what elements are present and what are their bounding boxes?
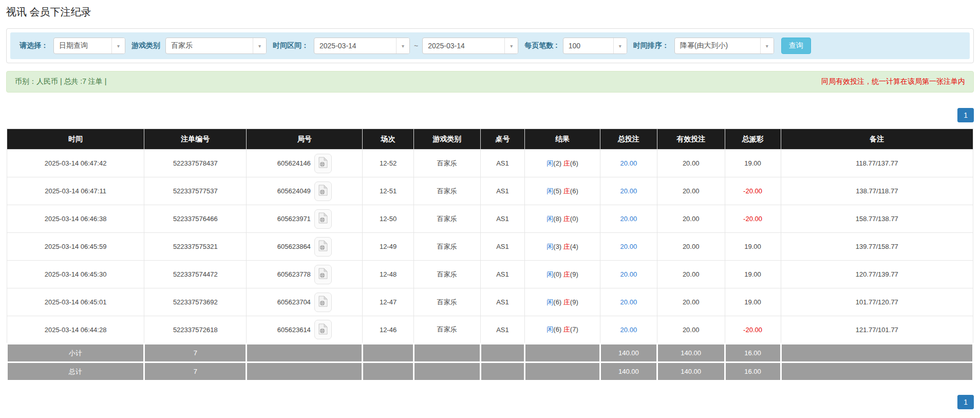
col-header-game-type: 游戏类别 [413, 129, 480, 150]
cell-table-no: AS1 [480, 288, 525, 316]
cell-valid-bet: 20.00 [657, 316, 725, 344]
result-player-label: 闲 [546, 243, 553, 250]
cell-valid-bet: 20.00 [657, 205, 725, 233]
total-bet-link[interactable]: 20.00 [620, 243, 637, 250]
page-size-label: 每页笔数 : [524, 41, 558, 50]
result-banker-label: 庄 [563, 298, 570, 306]
cell-round-id: 605624146 [247, 150, 363, 177]
game-type-select[interactable]: 百家乐 ▾ [165, 38, 267, 54]
total-label: 总计 [7, 362, 144, 381]
page-size-value: 100 [563, 38, 613, 53]
sort-order-value: 降幂(由大到小) [675, 38, 760, 53]
video-file-icon [318, 212, 328, 225]
cell-table-no: AS1 [480, 150, 525, 177]
result-player-label: 闲 [546, 325, 553, 333]
cell-payout: -20.00 [725, 316, 781, 344]
result-player-score: (6) [553, 298, 561, 306]
video-replay-button[interactable] [314, 265, 332, 284]
result-banker-score: (9) [570, 298, 578, 306]
cell-game-type: 百家乐 [413, 177, 480, 205]
round-id-text: 605623614 [277, 326, 311, 334]
video-replay-button[interactable] [314, 209, 332, 229]
cell-time: 2025-03-14 06:47:11 [7, 177, 144, 205]
cell-table-no: AS1 [480, 261, 525, 288]
cell-bet-id: 522337572618 [144, 316, 247, 344]
valid-bet-note: 同局有效投注，统一计算在该局第一张注单内 [821, 77, 965, 86]
result-player-score: (6) [553, 325, 561, 333]
video-file-icon [318, 323, 328, 336]
search-button[interactable]: 查询 [781, 38, 811, 54]
cell-remark: 120.77/139.77 [781, 261, 973, 288]
video-replay-button[interactable] [314, 154, 332, 173]
cell-result: 闲(2) 庄(6) [525, 150, 600, 177]
cell-time: 2025-03-14 06:45:01 [7, 288, 144, 316]
cell-remark: 118.77/137.77 [781, 150, 973, 177]
video-replay-button[interactable] [314, 181, 332, 201]
result-player-label: 闲 [546, 159, 553, 167]
col-header-table-no: 桌号 [480, 129, 525, 150]
total-bet-link[interactable]: 20.00 [620, 270, 637, 278]
table-row: 2025-03-14 06:45:30 522337574472 6056237… [7, 261, 973, 288]
subtotal-row: 小计 7 140.00 140.00 16.00 [7, 344, 973, 362]
video-replay-button[interactable] [314, 293, 332, 312]
cell-bet-id: 522337577537 [144, 177, 247, 205]
page-root: 视讯 会员下注纪录 请选择： 日期查询 ▾ 游戏类别 百家乐 ▾ 时间区间： 2… [0, 0, 980, 409]
round-id-text: 605624146 [277, 159, 311, 167]
chevron-down-icon[interactable]: ▾ [111, 38, 125, 53]
pagination-page-1[interactable]: 1 [957, 108, 974, 122]
table-row: 2025-03-14 06:46:38 522337576466 6056239… [7, 205, 973, 233]
filter-bar: 请选择： 日期查询 ▾ 游戏类别 百家乐 ▾ 时间区间： 2025-03-14 … [10, 32, 970, 59]
cell-table-no: AS1 [480, 316, 525, 344]
cell-session: 12-49 [363, 233, 414, 261]
col-header-session: 场次 [363, 129, 414, 150]
cell-total-bet: 20.00 [600, 261, 657, 288]
summary-bar: 币别：人民币 | 总共 :7 注单 | 同局有效投注，统一计算在该局第一张注单内 [6, 71, 974, 93]
filter-panel: 请选择： 日期查询 ▾ 游戏类别 百家乐 ▾ 时间区间： 2025-03-14 … [6, 28, 974, 63]
col-header-valid-bet: 有效投注 [657, 129, 725, 150]
query-type-select[interactable]: 日期查询 ▾ [53, 38, 125, 54]
cell-total-bet: 20.00 [600, 288, 657, 316]
col-header-payout: 总派彩 [725, 129, 781, 150]
cell-table-no: AS1 [480, 177, 525, 205]
bet-records-table: 时间 注单编号 局号 场次 游戏类别 桌号 结果 总投注 有效投注 总派彩 备注… [6, 129, 974, 381]
date-from-select[interactable]: 2025-03-14 ▾ [314, 38, 410, 54]
total-bet-link[interactable]: 20.00 [620, 298, 637, 306]
cell-result: 闲(8) 庄(0) [525, 205, 600, 233]
col-header-remark: 备注 [781, 129, 973, 150]
result-banker-label: 庄 [563, 215, 570, 223]
cell-payout: -20.00 [725, 205, 781, 233]
cell-total-bet: 20.00 [600, 177, 657, 205]
video-replay-button[interactable] [314, 237, 332, 257]
pagination-bottom: 1 [6, 395, 974, 409]
query-type-value: 日期查询 [54, 38, 111, 53]
cell-time: 2025-03-14 06:47:42 [7, 150, 144, 177]
sort-order-select[interactable]: 降幂(由大到小) ▾ [674, 38, 774, 54]
video-replay-button[interactable] [314, 320, 332, 339]
pagination-page-1[interactable]: 1 [957, 395, 974, 409]
cell-time: 2025-03-14 06:44:28 [7, 316, 144, 344]
chevron-down-icon[interactable]: ▾ [253, 38, 266, 53]
cell-session: 12-50 [363, 205, 414, 233]
total-bet-link[interactable]: 20.00 [620, 187, 637, 195]
chevron-down-icon[interactable]: ▾ [396, 38, 409, 53]
total-bet-link[interactable]: 20.00 [620, 326, 637, 334]
total-valid-bet: 140.00 [657, 362, 725, 381]
chevron-down-icon[interactable]: ▾ [760, 38, 774, 53]
page-size-select[interactable]: 100 ▾ [563, 38, 627, 54]
date-from-value: 2025-03-14 [314, 38, 396, 53]
cell-table-no: AS1 [480, 205, 525, 233]
chevron-down-icon[interactable]: ▾ [613, 38, 627, 53]
result-player-score: (2) [553, 159, 561, 167]
col-header-result: 结果 [525, 129, 600, 150]
total-bet-link[interactable]: 20.00 [620, 215, 637, 223]
round-id-text: 605623778 [277, 270, 311, 278]
cell-session: 12-46 [363, 316, 414, 344]
cell-game-type: 百家乐 [413, 288, 480, 316]
round-id-text: 605623704 [277, 298, 311, 306]
pagination-top: 1 [6, 108, 974, 122]
chevron-down-icon[interactable]: ▾ [504, 38, 518, 53]
table-row: 2025-03-14 06:44:28 522337572618 6056236… [7, 316, 973, 344]
total-bet-link[interactable]: 20.00 [620, 159, 637, 167]
date-to-select[interactable]: 2025-03-14 ▾ [422, 38, 518, 54]
result-player-label: 闲 [546, 187, 553, 195]
